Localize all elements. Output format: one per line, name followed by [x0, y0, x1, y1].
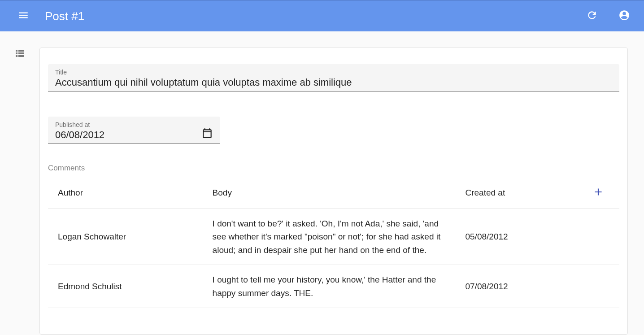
col-header-body[interactable]: Body — [203, 177, 456, 209]
cell-body: I ought to tell me your history, you kno… — [203, 265, 456, 308]
page-title: Post #1 — [45, 9, 84, 23]
main-content: Title Published at 06/08/2012 Comments A… — [0, 31, 644, 335]
title-input[interactable] — [55, 77, 612, 88]
plus-icon — [592, 186, 604, 200]
cell-author: Logan Schowalter — [48, 209, 203, 265]
comments-section-label: Comments — [48, 164, 619, 173]
account-button[interactable] — [615, 7, 633, 25]
app-bar: Post #1 — [0, 0, 644, 31]
hamburger-icon — [17, 9, 29, 23]
published-at-value: 06/08/2012 — [55, 129, 201, 141]
title-field[interactable]: Title — [48, 64, 619, 91]
published-at-label: Published at — [55, 121, 201, 128]
edit-card: Title Published at 06/08/2012 Comments A… — [39, 48, 628, 335]
list-view-button[interactable] — [14, 48, 25, 60]
cell-author: Edmond Schulist — [48, 265, 203, 308]
refresh-button[interactable] — [583, 7, 601, 25]
list-icon — [14, 52, 25, 60]
cell-created-at: 07/08/2012 — [455, 265, 572, 308]
cell-body: I don't want to be?' it asked. 'Oh, I'm … — [203, 209, 456, 265]
table-row[interactable]: Edmond Schulist I ought to tell me your … — [48, 265, 619, 308]
published-at-field[interactable]: Published at 06/08/2012 — [48, 117, 220, 144]
refresh-icon — [586, 9, 598, 23]
side-rail — [0, 48, 39, 60]
table-row[interactable]: Logan Schowalter I don't want to be?' it… — [48, 209, 619, 265]
cell-created-at: 05/08/2012 — [455, 209, 572, 265]
account-circle-icon — [618, 9, 630, 23]
add-comment-button[interactable] — [591, 185, 606, 200]
comments-table: Author Body Created at Logan Schowalter — [48, 177, 619, 308]
menu-button[interactable] — [14, 7, 32, 25]
col-header-author[interactable]: Author — [48, 177, 203, 209]
calendar-icon[interactable] — [201, 127, 213, 141]
title-label: Title — [55, 69, 612, 76]
col-header-created-at[interactable]: Created at — [455, 177, 572, 209]
